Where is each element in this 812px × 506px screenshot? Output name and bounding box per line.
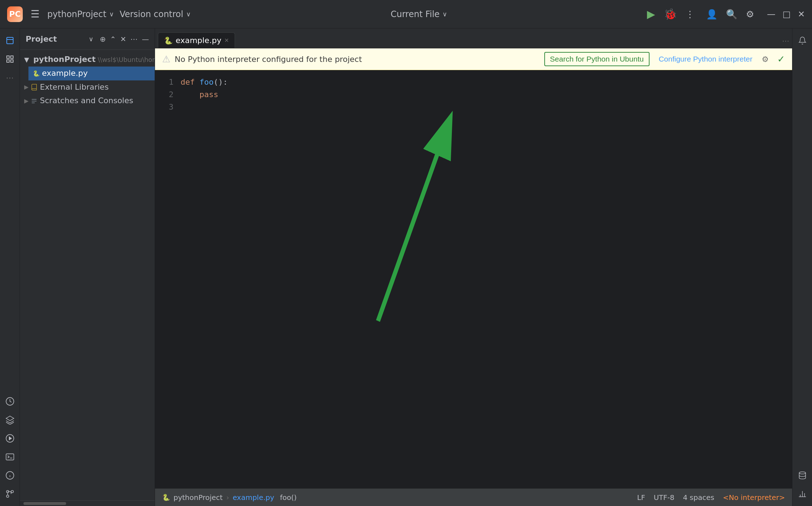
- svg-rect-0: [7, 37, 13, 44]
- bell-icon: [798, 36, 807, 45]
- tree-arrow-libraries: ▶: [24, 83, 28, 91]
- tab-label: example.py: [176, 36, 221, 45]
- run-button[interactable]: ▶: [647, 8, 655, 20]
- code-area: 1 2 3 def foo (): pass: [155, 70, 792, 488]
- sidebar-item-terminal[interactable]: [2, 449, 18, 465]
- chart-button[interactable]: [795, 486, 810, 502]
- tab-close-button[interactable]: ✕: [224, 37, 229, 44]
- sidebar-item-git[interactable]: [2, 486, 18, 502]
- settings-icon[interactable]: ⚙: [746, 9, 754, 20]
- warning-bar: ⚠ No Python interpreter configured for t…: [155, 48, 792, 70]
- current-file-chevron-icon: ∨: [443, 10, 447, 18]
- keyword-def: def: [181, 76, 195, 88]
- keyword-pass: pass: [199, 88, 218, 101]
- tree-item-root[interactable]: ▼ pythonProject \\wsl$\Ubuntu\home\: [20, 53, 155, 67]
- tree-item-scratches[interactable]: ▶ Scratches and Consoles: [20, 94, 155, 108]
- tab-example-py[interactable]: 🐍 example.py ✕: [158, 32, 235, 48]
- status-file-name[interactable]: example.py: [233, 493, 274, 502]
- debug-button[interactable]: 🐞: [664, 8, 677, 20]
- status-line-ending[interactable]: LF: [637, 493, 645, 502]
- project-tree: ▼ pythonProject \\wsl$\Ubuntu\home\ 🐍 ex…: [20, 50, 155, 500]
- close-panel-icon[interactable]: ✕: [120, 35, 126, 43]
- tree-arrow-scratches: ▶: [24, 97, 28, 105]
- status-interpreter[interactable]: <No interpreter>: [723, 493, 785, 502]
- scratches-label: Scratches and Consoles: [40, 95, 133, 106]
- tree-item-example-py[interactable]: 🐍 example.py: [28, 67, 155, 80]
- close-button[interactable]: ✕: [798, 9, 805, 19]
- collapse-all-icon[interactable]: ⌃: [110, 35, 116, 43]
- tab-options-icon[interactable]: ⋯: [782, 37, 789, 45]
- sidebar-item-structure[interactable]: [2, 51, 18, 67]
- vcs-selector[interactable]: Version control ∨: [119, 9, 191, 19]
- database-button[interactable]: [795, 468, 810, 483]
- project-chevron-label: ∨: [89, 35, 94, 43]
- svg-point-16: [799, 472, 806, 474]
- maximize-button[interactable]: □: [782, 9, 791, 19]
- chart-icon: [798, 490, 807, 498]
- configure-interpreter-button[interactable]: Configure Python interpreter: [654, 53, 758, 65]
- minimize-button[interactable]: —: [767, 9, 775, 19]
- status-project-name[interactable]: pythonProject: [173, 493, 223, 502]
- sidebar-item-python[interactable]: [2, 394, 18, 409]
- search-icon[interactable]: 🔍: [726, 9, 737, 20]
- status-bar: 🐍 pythonProject › example.py foo() LF UT…: [155, 488, 792, 506]
- sidebar-item-run[interactable]: [2, 431, 18, 446]
- warning-check-icon: ✓: [777, 54, 785, 64]
- svg-rect-3: [7, 60, 9, 62]
- tab-py-icon: 🐍: [164, 36, 173, 45]
- scratches-icon: [31, 97, 38, 105]
- project-selector[interactable]: pythonProject ∨: [47, 9, 114, 19]
- options-icon[interactable]: ⋯: [130, 35, 138, 43]
- main-layout: ⋯: [0, 28, 812, 506]
- root-project-path: \\wsl$\Ubuntu\home\: [98, 55, 155, 64]
- more-actions-button[interactable]: ⋮: [685, 9, 695, 20]
- project-chevron-icon: ∨: [109, 10, 114, 18]
- project-name: pythonProject: [47, 9, 106, 19]
- sidebar-item-project[interactable]: [2, 33, 18, 48]
- python-file-icon: 🐍: [33, 70, 40, 77]
- more-icon: ⋯: [6, 73, 14, 82]
- vcs-chevron-icon: ∨: [186, 10, 191, 18]
- left-sidebar-icons: ⋯: [0, 28, 20, 506]
- current-file-label: Current File: [391, 9, 440, 19]
- code-line-3: [178, 101, 792, 113]
- code-content[interactable]: def foo (): pass: [178, 70, 792, 488]
- titlebar: PC ☰ pythonProject ∨ Version control ∨ C…: [0, 0, 812, 28]
- status-breadcrumb-sep: ›: [226, 493, 229, 502]
- search-python-button[interactable]: Search for Python in Ubuntu: [544, 52, 650, 66]
- line-num-3: 3: [169, 101, 173, 113]
- app-logo: PC: [7, 6, 23, 22]
- titlebar-user-actions: 👤 🔍 ⚙: [706, 9, 754, 20]
- vcs-label: Version control: [119, 9, 183, 19]
- panel-horizontal-scrollbar[interactable]: [20, 500, 155, 506]
- scrollbar-thumb: [23, 502, 66, 505]
- sidebar-item-layers[interactable]: [2, 412, 18, 428]
- status-encoding[interactable]: UTF-8: [654, 493, 674, 502]
- function-name: foo: [199, 76, 214, 88]
- add-file-icon[interactable]: ⊕: [100, 35, 106, 43]
- warning-icon: ⚠: [162, 54, 170, 64]
- svg-text:🐍: 🐍: [33, 70, 40, 77]
- svg-rect-2: [11, 56, 13, 58]
- menu-icon[interactable]: ☰: [28, 6, 42, 22]
- external-libraries-label: External Libraries: [40, 82, 108, 93]
- sidebar-item-more[interactable]: ⋯: [2, 70, 18, 85]
- user-icon[interactable]: 👤: [706, 9, 717, 20]
- svg-point-12: [11, 490, 14, 493]
- line-num-1: 1: [169, 76, 173, 88]
- right-sidebar: [792, 28, 812, 506]
- status-breadcrumb-func: foo(): [280, 493, 297, 502]
- interpreter-settings-icon[interactable]: ⚙: [762, 55, 769, 64]
- minimize-panel-icon[interactable]: —: [142, 35, 149, 43]
- svg-point-11: [6, 495, 9, 497]
- tree-arrow-root: ▼: [24, 55, 29, 64]
- editor-area: 🐍 example.py ✕ ⋯ ⚠ No Python interpreter…: [155, 28, 792, 506]
- svg-marker-7: [9, 437, 11, 440]
- titlebar-center: Current File ∨: [197, 9, 641, 19]
- project-header-actions: ⊕ ⌃ ✕ ⋯ —: [100, 35, 149, 43]
- status-indent[interactable]: 4 spaces: [683, 493, 714, 502]
- sidebar-item-info[interactable]: [2, 468, 18, 483]
- tree-item-external-libraries[interactable]: ▶ External Libraries: [20, 80, 155, 94]
- notification-button[interactable]: [795, 33, 810, 48]
- current-file-selector[interactable]: Current File ∨: [391, 9, 447, 19]
